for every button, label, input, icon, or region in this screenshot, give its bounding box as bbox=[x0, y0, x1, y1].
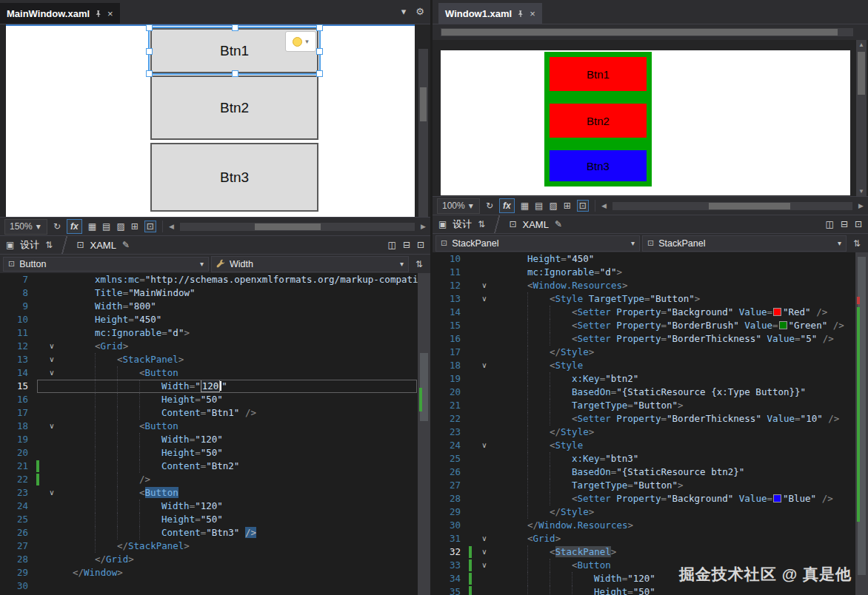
effects-toggle-button[interactable]: fx bbox=[67, 219, 82, 234]
snap-grid-icon[interactable]: ▤ bbox=[535, 201, 543, 211]
collapse-arrow-icon[interactable]: ∨ bbox=[475, 292, 493, 306]
selection-handle[interactable] bbox=[316, 70, 323, 77]
collapse-arrow-icon[interactable]: ∨ bbox=[43, 420, 61, 433]
swap-panes-icon[interactable]: ⇅ bbox=[478, 219, 485, 229]
vertical-split-icon[interactable]: ◫ bbox=[388, 240, 396, 250]
vertical-split-icon[interactable]: ◫ bbox=[826, 219, 834, 229]
horizontal-split-icon[interactable]: ⊟ bbox=[841, 219, 848, 229]
collapse-arrow-icon[interactable]: ∨ bbox=[43, 353, 61, 366]
left-designer-scrollbar[interactable] bbox=[418, 49, 428, 241]
collapse-arrow-icon[interactable]: ∨ bbox=[475, 532, 493, 545]
code-token: Value bbox=[767, 333, 795, 344]
designer-button[interactable]: Btn3 bbox=[150, 143, 318, 212]
left-editor-scrollbar[interactable] bbox=[418, 273, 430, 595]
collapse-arrow-icon[interactable]: ∨ bbox=[43, 486, 61, 500]
horizontal-split-icon[interactable]: ⊟ bbox=[403, 240, 410, 250]
pin-icon[interactable] bbox=[517, 10, 524, 18]
designer-button[interactable]: Btn1 bbox=[550, 57, 647, 91]
scrollbar-thumb[interactable] bbox=[420, 87, 427, 121]
code-token: Grid bbox=[533, 533, 555, 544]
element-selector-combo[interactable]: ⊡ Button ▾ bbox=[3, 257, 209, 272]
dock-icon[interactable]: ⊡ bbox=[577, 200, 589, 212]
selection-handle[interactable] bbox=[232, 24, 238, 31]
chevron-down-icon[interactable]: ▾ bbox=[401, 6, 407, 17]
zoom-select[interactable]: 100% ▾ bbox=[437, 198, 480, 214]
refresh-icon[interactable]: ↻ bbox=[53, 221, 61, 232]
designer-hscrollbar[interactable] bbox=[612, 202, 852, 210]
code-token: 120 bbox=[201, 380, 221, 392]
effects-toggle-button[interactable]: fx bbox=[499, 198, 515, 213]
show-grid-icon[interactable]: ▦ bbox=[88, 221, 96, 232]
selection-handle[interactable] bbox=[316, 48, 323, 55]
snap-grid-icon[interactable]: ▤ bbox=[102, 221, 110, 232]
scrollbar-thumb[interactable] bbox=[709, 203, 790, 209]
collapse-arrow-icon[interactable]: ∨ bbox=[475, 439, 493, 452]
swap-icon[interactable]: ⇅ bbox=[849, 238, 865, 249]
selection-handle[interactable] bbox=[146, 70, 153, 77]
swap-panes-icon[interactable]: ⇅ bbox=[45, 240, 53, 250]
code-line: 12∨<Grid> bbox=[0, 340, 418, 353]
xaml-view-label[interactable]: XAML bbox=[522, 219, 548, 230]
designer-button[interactable]: Btn2 bbox=[550, 104, 647, 138]
stackpanel-preview[interactable]: Btn1Btn2Btn3 bbox=[544, 52, 652, 186]
tab-window1-xaml[interactable]: Window1.xaml × bbox=[438, 3, 542, 24]
pin-icon[interactable] bbox=[95, 10, 102, 18]
fold-gutter bbox=[475, 266, 493, 279]
dock-icon[interactable]: ⊡ bbox=[144, 221, 156, 232]
snap-lines-icon[interactable]: ▨ bbox=[116, 221, 124, 232]
snap-lines-icon[interactable]: ▨ bbox=[549, 201, 557, 211]
collapse-arrow-icon[interactable]: ∨ bbox=[475, 279, 493, 292]
design-view-label[interactable]: 设计 bbox=[453, 218, 472, 231]
collapse-arrow-icon[interactable]: ∨ bbox=[475, 359, 493, 372]
scrollbar-thumb[interactable] bbox=[441, 29, 838, 36]
scrollbar-thumb[interactable] bbox=[858, 52, 865, 95]
change-gutter bbox=[467, 319, 475, 332]
xaml-view-label[interactable]: XAML bbox=[90, 240, 116, 251]
selection-handle[interactable] bbox=[146, 48, 153, 55]
quick-actions-lightbulb[interactable]: ▾ bbox=[285, 31, 316, 52]
zoom-select[interactable]: 150% ▾ bbox=[4, 219, 47, 235]
scrollbar-thumb[interactable] bbox=[255, 223, 321, 230]
designer-button[interactable]: Btn3 bbox=[550, 150, 647, 181]
designer-button[interactable]: Btn2 bbox=[150, 75, 318, 140]
refresh-icon[interactable]: ↻ bbox=[486, 201, 493, 211]
guides-icon[interactable]: ⊞ bbox=[564, 201, 571, 211]
left-design-canvas[interactable]: ▾ Btn1Btn2Btn3 bbox=[6, 24, 415, 217]
scroll-left-icon[interactable]: ◀ bbox=[169, 223, 174, 230]
designer-hscrollbar[interactable] bbox=[180, 223, 415, 231]
selection-handle[interactable] bbox=[316, 24, 323, 31]
selection-handle[interactable] bbox=[232, 70, 238, 77]
right-editor-scrollbar[interactable] bbox=[855, 252, 868, 595]
close-icon[interactable]: × bbox=[530, 8, 535, 19]
code-text: <Style bbox=[493, 439, 855, 452]
collapse-arrow-icon[interactable]: ∨ bbox=[475, 545, 493, 559]
collapse-pane-icon[interactable]: ⊡ bbox=[855, 219, 862, 229]
element-selector-combo-2[interactable]: ⊡ StackPanel ▾ bbox=[642, 235, 847, 252]
edit-icon[interactable]: ✎ bbox=[122, 240, 130, 250]
show-grid-icon[interactable]: ▦ bbox=[521, 201, 529, 211]
scroll-down-icon[interactable]: ▼ bbox=[856, 188, 867, 195]
collapse-pane-icon[interactable]: ⊡ bbox=[417, 240, 424, 250]
element-selector-combo[interactable]: ⊡ StackPanel ▾ bbox=[435, 235, 640, 252]
property-selector-combo[interactable]: Width ▾ bbox=[211, 256, 409, 272]
right-design-canvas[interactable]: Btn1Btn2Btn3 bbox=[441, 50, 850, 195]
swap-icon[interactable]: ⇅ bbox=[411, 259, 427, 269]
scroll-left-icon[interactable]: ◀ bbox=[601, 202, 607, 209]
edit-icon[interactable]: ✎ bbox=[555, 219, 562, 229]
collapse-arrow-icon[interactable]: ∨ bbox=[43, 340, 61, 353]
gear-icon[interactable]: ⚙ bbox=[415, 6, 424, 17]
right-xaml-editor[interactable]: 10Height="450"11mc:Ignorable="d">12∨<Win… bbox=[433, 252, 855, 595]
left-xaml-editor[interactable]: 7xmlns:mc="http://schemas.openxmlformats… bbox=[0, 273, 418, 595]
selection-handle[interactable] bbox=[146, 24, 153, 31]
tab-mainwindow-xaml[interactable]: MainWindow.xaml × bbox=[0, 3, 120, 24]
designer-hscrollbar[interactable] bbox=[441, 28, 853, 36]
close-icon[interactable]: × bbox=[107, 8, 113, 19]
scroll-right-icon[interactable]: ▶ bbox=[421, 223, 426, 230]
scroll-right-icon[interactable]: ▶ bbox=[858, 202, 864, 209]
collapse-arrow-icon[interactable]: ∨ bbox=[43, 366, 61, 380]
guides-icon[interactable]: ⊞ bbox=[131, 221, 138, 232]
right-designer-scrollbar[interactable]: ▲ ▼ bbox=[856, 40, 867, 196]
collapse-arrow-icon[interactable]: ∨ bbox=[475, 559, 493, 572]
scroll-up-icon[interactable]: ▲ bbox=[856, 41, 867, 48]
design-view-label[interactable]: 设计 bbox=[20, 238, 39, 252]
